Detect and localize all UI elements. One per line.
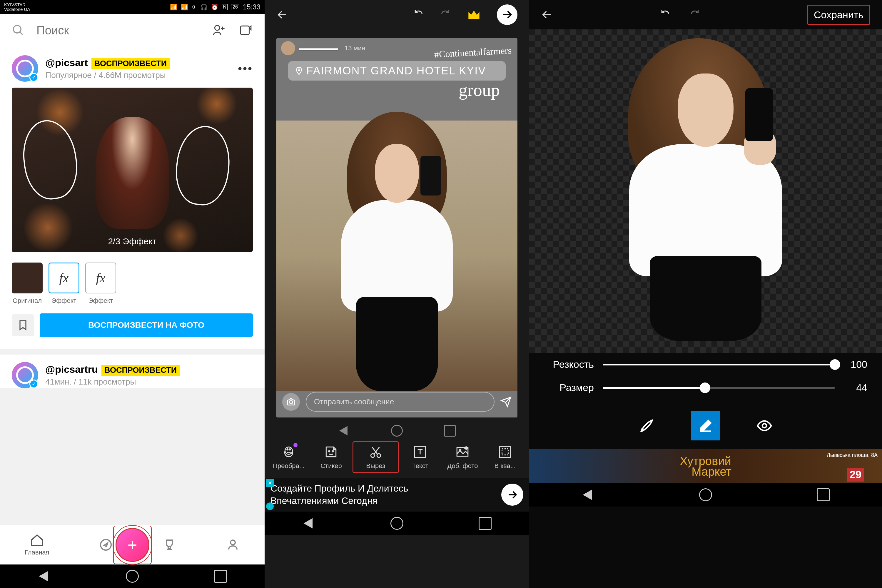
android-recent-icon[interactable] [817, 488, 830, 501]
wifi-icon: 📶 [181, 3, 188, 10]
android-back-icon[interactable] [38, 570, 51, 583]
android-home-icon[interactable] [126, 570, 139, 583]
tool-add-photo[interactable]: Доб. фото [441, 444, 484, 470]
add-friend-icon[interactable] [212, 23, 226, 38]
cutout-result [617, 44, 794, 338]
undo-icon[interactable] [413, 9, 424, 21]
story-group-text: group [276, 80, 518, 100]
sharpness-slider[interactable] [603, 364, 835, 366]
undo-icon[interactable] [660, 9, 671, 21]
play-badge[interactable]: ВОСПРОИЗВЕСТИ [101, 365, 180, 376]
crown-icon[interactable] [466, 6, 482, 23]
alarm-icon: ⏰ [211, 3, 219, 10]
nav-explore[interactable] [99, 538, 113, 552]
story-time: 13 мин [345, 44, 365, 52]
search-icon[interactable] [12, 24, 25, 37]
ad-address: Львівська площа, 8А [827, 452, 878, 459]
svg-rect-21 [500, 446, 511, 458]
notifications-icon[interactable] [238, 23, 253, 38]
android-home-icon[interactable] [699, 488, 712, 501]
save-button[interactable]: Сохранить [807, 5, 870, 25]
carrier-1: KYIVSTAR [4, 2, 30, 8]
thumb-effect-1[interactable]: fx Эффект [48, 262, 80, 304]
compass-icon [99, 538, 113, 552]
carrier-2: Vodafone UA [4, 7, 30, 12]
thumb-row: Оригинал fx Эффект fx Эффект [0, 252, 265, 309]
bookmark-icon[interactable] [12, 314, 34, 336]
tool-cutout[interactable]: Вырез [352, 441, 399, 473]
next-button[interactable] [497, 4, 518, 25]
feed-scroll[interactable]: @picsart ВОСПРОИЗВЕСТИ Популярное / 4.66… [0, 46, 265, 525]
post-username[interactable]: @picsartru [45, 364, 98, 375]
editor-panel: ▬▬▬▬▬▬ 13 мин #Continentalfarmers FAIRMO… [265, 0, 529, 588]
android-back-icon[interactable] [582, 488, 594, 501]
ad-text: Создайте Профиль И Делитесь Впечатлениям… [270, 483, 495, 507]
nav-profile[interactable] [226, 538, 240, 552]
android-recent-icon[interactable] [214, 570, 227, 583]
redo-icon[interactable] [439, 9, 451, 21]
story-send-icon[interactable] [500, 396, 512, 408]
nav-challenges[interactable] [162, 538, 176, 552]
preview-icon[interactable] [750, 411, 779, 440]
play-badge[interactable]: ВОСПРОИЗВЕСТИ [92, 58, 170, 69]
android-home-icon [391, 425, 403, 436]
sticker-icon [324, 444, 338, 459]
back-icon[interactable] [276, 9, 288, 21]
android-back-icon [338, 425, 350, 436]
android-home-icon[interactable] [390, 517, 404, 530]
headphone-icon: 🎧 [200, 3, 208, 10]
play-on-photo-button[interactable]: ВОСПРОИЗВЕСТИ НА ФОТО [40, 314, 253, 337]
thumb-original[interactable]: Оригинал [12, 262, 43, 304]
thumb-effect-2[interactable]: fx Эффект [85, 262, 116, 304]
tool-transform[interactable]: Преобра... [267, 444, 310, 470]
android-recent-icon[interactable] [478, 517, 492, 530]
eraser-tool[interactable] [691, 411, 720, 440]
verified-badge [29, 73, 38, 82]
story-message-input[interactable]: Отправить сообщение [306, 392, 495, 412]
tool-sticker[interactable]: Стикер [310, 444, 352, 470]
add-photo-icon [455, 444, 470, 459]
effect-counter: 2/3 Эффект [102, 231, 163, 252]
avatar[interactable] [12, 362, 38, 388]
ad-banner[interactable]: Хутровий Маркет Львівська площа, 8А 29 [529, 449, 882, 483]
nfc-icon: N [222, 4, 228, 10]
svg-point-12 [287, 449, 288, 450]
android-back-icon[interactable] [302, 517, 315, 530]
svg-rect-5 [240, 26, 249, 34]
ad-banner[interactable]: ✕ i Создайте Профиль И Делитесь Впечатле… [265, 478, 529, 512]
trophy-icon [162, 538, 176, 552]
android-nav [529, 483, 882, 507]
tool-text[interactable]: Текст [399, 444, 441, 470]
status-bar: KYIVSTAR Vodafone UA 📶 📶 ✈ 🎧 ⏰ N 26 15:3… [0, 0, 265, 14]
svg-line-1 [20, 32, 22, 35]
cutout-canvas[interactable] [529, 29, 882, 353]
ad-close-icon[interactable]: ✕ [266, 479, 274, 487]
save-panel: Сохранить Резкость 100 Размер 44 [529, 0, 882, 588]
back-icon[interactable] [541, 9, 553, 21]
search-input[interactable] [36, 24, 200, 37]
brush-tool[interactable] [632, 411, 662, 440]
size-value: 44 [844, 382, 867, 393]
nav-home[interactable]: Главная [25, 533, 50, 556]
story-photo [276, 120, 518, 391]
svg-point-10 [290, 401, 293, 404]
android-nav [0, 564, 265, 588]
redo-icon[interactable] [689, 9, 700, 21]
more-icon[interactable]: ••• [238, 62, 253, 75]
svg-point-8 [298, 69, 300, 70]
size-slider[interactable] [603, 387, 835, 388]
ad-date: 29 [847, 468, 864, 482]
story-camera-icon[interactable] [282, 393, 300, 411]
ad-arrow-icon[interactable] [501, 484, 524, 506]
brush-toolbar [529, 399, 882, 449]
post-subtitle: Популярное / 4.66M просмотры [45, 70, 231, 80]
tool-square[interactable]: В ква... [484, 444, 526, 470]
create-button[interactable]: + [116, 528, 149, 562]
avatar[interactable] [12, 55, 38, 82]
ad-info-icon[interactable]: i [266, 502, 274, 510]
battery-level: 26 [231, 4, 239, 10]
post-username[interactable]: @picsart [45, 57, 88, 68]
editor-canvas[interactable]: ▬▬▬▬▬▬ 13 мин #Continentalfarmers FAIRMO… [276, 38, 518, 417]
android-nav [265, 512, 529, 535]
post-image[interactable]: 2/3 Эффект [12, 88, 253, 252]
